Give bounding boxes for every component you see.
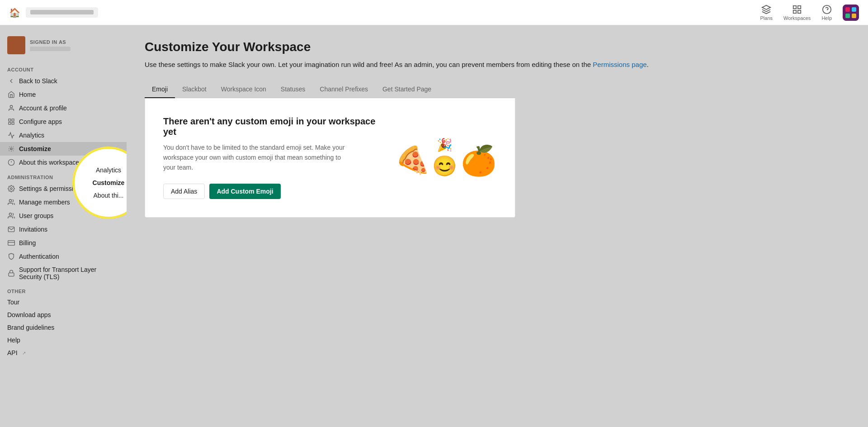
svg-rect-12 xyxy=(9,119,11,121)
tab-channel-prefixes[interactable]: Channel Prefixes xyxy=(312,81,375,98)
add-alias-button[interactable]: Add Alias xyxy=(163,184,205,199)
tab-emoji[interactable]: Emoji xyxy=(145,81,175,98)
sidebar-item-account-profile[interactable]: Account & profile xyxy=(0,101,127,115)
svg-point-11 xyxy=(10,105,12,108)
page-title: Customize Your Workspace xyxy=(145,40,850,54)
signed-in-label: SIGNED IN AS xyxy=(30,39,71,45)
sidebar-item-billing[interactable]: Billing xyxy=(0,236,127,250)
info-icon xyxy=(7,158,15,166)
svg-point-21 xyxy=(9,199,11,202)
invitations-icon xyxy=(7,225,15,233)
svg-rect-8 xyxy=(852,7,856,12)
plans-nav-item[interactable]: Plans xyxy=(760,5,773,21)
home-sidebar-icon xyxy=(7,90,15,99)
tabs: Emoji Slackbot Workspace Icon Statuses C… xyxy=(145,81,515,98)
main-content: Customize Your Workspace Use these setti… xyxy=(127,25,868,427)
svg-rect-15 xyxy=(12,122,14,124)
sidebar-item-brand-guidelines[interactable]: Brand guidelines xyxy=(0,321,127,334)
sidebar-item-analytics[interactable]: Analytics xyxy=(0,128,127,142)
sidebar-item-back-to-slack[interactable]: Back to Slack xyxy=(0,74,127,88)
sidebar-item-api[interactable]: API ↗ xyxy=(0,346,127,359)
tab-workspace-icon[interactable]: Workspace Icon xyxy=(214,81,274,98)
svg-rect-14 xyxy=(9,122,11,124)
sidebar-item-authentication[interactable]: Authentication xyxy=(0,250,127,263)
apps-icon xyxy=(7,118,15,126)
tab-statuses[interactable]: Statuses xyxy=(274,81,312,98)
user-icon xyxy=(7,104,15,112)
breadcrumb xyxy=(26,7,98,18)
emoji-description: There aren't any custom emoji in your wo… xyxy=(163,116,384,199)
sidebar-item-home[interactable]: Home xyxy=(0,88,127,101)
billing-icon xyxy=(7,239,15,247)
authentication-icon xyxy=(7,252,15,261)
emoji-actions: Add Alias Add Custom Emoji xyxy=(163,184,384,199)
svg-point-16 xyxy=(10,148,12,150)
svg-rect-6 xyxy=(843,5,859,21)
tab-get-started[interactable]: Get Started Page xyxy=(375,81,439,98)
workspaces-nav-item[interactable]: Workspaces xyxy=(783,5,811,21)
sidebar-item-download-apps[interactable]: Download apps xyxy=(0,308,127,321)
sidebar-item-configure-apps[interactable]: Configure apps xyxy=(0,115,127,128)
sidebar-item-help[interactable]: Help xyxy=(0,334,127,346)
analytics-icon xyxy=(7,131,15,139)
emoji-empty-desc: You don't have to be limited to the stan… xyxy=(163,142,353,173)
permissions-link[interactable]: Permissions page xyxy=(593,61,646,68)
emoji-empty-state: There aren't any custom emoji in your wo… xyxy=(163,116,497,199)
svg-point-20 xyxy=(10,188,12,190)
svg-rect-3 xyxy=(798,10,801,13)
back-arrow-icon xyxy=(7,77,15,85)
svg-rect-7 xyxy=(845,7,850,12)
top-navigation: 🏠 Plans Workspaces xyxy=(0,0,868,25)
avatar xyxy=(7,36,25,54)
groups-icon xyxy=(7,212,15,220)
svg-rect-25 xyxy=(9,273,14,276)
emoji-empty-title: There aren't any custom emoji in your wo… xyxy=(163,116,384,137)
svg-rect-1 xyxy=(798,5,801,8)
add-custom-emoji-button[interactable]: Add Custom Emoji xyxy=(209,184,280,199)
sidebar-item-invitations[interactable]: Invitations xyxy=(0,223,127,236)
sidebar-item-tour[interactable]: Tour xyxy=(0,296,127,308)
tab-container: Emoji Slackbot Workspace Icon Statuses C… xyxy=(145,81,515,218)
svg-rect-23 xyxy=(8,241,15,246)
customize-icon xyxy=(7,145,15,153)
other-section-label: OTHER xyxy=(0,283,127,296)
svg-rect-2 xyxy=(793,10,796,13)
magnifier-overlay: Analytics Customize About thi... xyxy=(72,147,127,219)
page-subtitle: Use these settings to make Slack your ow… xyxy=(145,60,850,70)
sidebar-user: SIGNED IN AS xyxy=(0,33,127,62)
sidebar-item-tls[interactable]: Support for Transport Layer Security (TL… xyxy=(0,263,127,283)
username-placeholder xyxy=(30,47,71,51)
launch-button[interactable] xyxy=(843,5,859,21)
account-section-label: ACCOUNT xyxy=(0,62,127,74)
svg-rect-10 xyxy=(852,14,856,18)
tab-slackbot[interactable]: Slackbot xyxy=(175,81,214,98)
svg-rect-13 xyxy=(12,119,14,121)
lock-icon xyxy=(7,269,15,277)
sidebar: SIGNED IN AS ACCOUNT Back to Slack Home … xyxy=(0,25,127,427)
emoji-illustration: 🍕 🎉 😊 🍊 xyxy=(395,138,497,178)
settings-icon xyxy=(7,185,15,193)
members-icon xyxy=(7,198,15,206)
help-nav-item[interactable]: Help xyxy=(821,5,832,21)
svg-point-22 xyxy=(9,213,11,215)
svg-rect-0 xyxy=(793,5,796,8)
svg-rect-9 xyxy=(845,14,850,18)
emoji-tab-content: There aren't any custom emoji in your wo… xyxy=(145,98,515,218)
home-icon[interactable]: 🏠 xyxy=(9,7,20,18)
